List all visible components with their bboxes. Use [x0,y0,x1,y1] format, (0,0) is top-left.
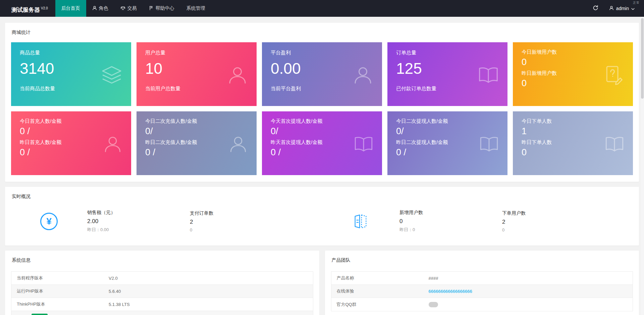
stat-tile-users-total: 用户总量 10 当前用户总数量 [137,42,257,106]
metric-label: 支付订单数 [190,210,292,216]
realtime-overview-card: 实时概况 ¥ 销售额（元） 2.00 昨日：0.00 支付订单数 2 0 新增用… [5,187,639,246]
metric-label: 下单用户数 [502,210,605,216]
tile-label: 用户总量 [145,50,248,56]
user-menu[interactable]: admin [609,6,635,11]
metric-label: 新增用户数 [399,210,502,216]
row-value: 5.1.38 LTS [109,302,313,307]
yen-circle-icon: ¥ [40,213,58,230]
metric-label: 销售额（元） [87,210,190,216]
stat-tile-first-charge-today: 今日首充人数/金额 0 / 昨日首充人数/金额 0 / [11,111,131,175]
nav-item-home-label: 后台首页 [61,5,80,11]
chevron-down-icon [631,6,635,11]
row-value: V2.0 [109,276,313,281]
row-label: ThinkPHP版本 [11,301,109,307]
stat-tile-orders-total: 订单总量 125 已付款订单总数量 [387,42,507,106]
username: admin [616,6,629,11]
online-demo-link[interactable]: 666666666666666666 [429,289,472,294]
metric-new-users: 新增用户数 0 昨日：0 [399,210,502,233]
nav-item-trade[interactable]: 交易 [114,0,143,17]
tile-label: 今日下单人数 [522,118,624,124]
refresh-button[interactable] [593,5,598,12]
stat-tile-second-charge-today: 今日二次充值人数/金额 0/ 昨日二次充值人数/金额 0 / [137,111,257,175]
refresh-icon [593,5,598,12]
tile-label: 今日首充人数/金额 [20,118,122,124]
table-row [11,311,313,315]
metric-sub: 0 [190,227,292,232]
table-row: ThinkPHP版本 5.1.38 LTS [11,298,313,311]
book-icon [478,133,500,155]
book-icon [603,133,626,155]
stat-tile-goods-total: 商品总量 3140 当前商品总数量 [11,42,131,106]
flag-icon [149,6,154,11]
nav-item-system[interactable]: 系统管理 [180,0,211,17]
tile-label: 今天首次提现人数/金额 [271,118,373,124]
yen-symbol: ¥ [46,216,52,227]
app-title: 测试服务器V2.0 [0,0,55,17]
metric-value: 2.00 [87,218,190,225]
product-team-table: 产品名称 #### 在线体验 666666666666666666 官方QQ群 [331,271,633,311]
metric-sub: 0 [502,227,605,232]
doc-question-icon [602,64,626,87]
nav-item-help-center[interactable]: 帮助中心 [143,0,180,17]
row-label: 官方QQ群 [331,302,429,308]
metric-sub: 昨日：0.00 [87,227,190,233]
row-value: #### [429,276,633,281]
tile-label: 订单总量 [396,50,499,56]
nav-item-trade-label: 交易 [127,5,137,11]
book-icon [353,133,375,155]
tile-label: 商品总量 [20,50,122,56]
metric-sales: 销售额（元） 2.00 昨日：0.00 [87,210,190,233]
stat-tile-first-withdraw-today: 今天首次提现人数/金额 0/ 昨天首次提现人数/金额 0 / [262,111,382,175]
top-navbar: 测试服务器V2.0 后台首页 角色 交易 帮助中心 系统管理 admin [0,0,644,17]
scrollbar-thumb[interactable] [641,18,644,99]
stat-tile-platform-profit: 平台盈利 0.00 当前平台盈利 [262,42,382,106]
table-row: 产品名称 #### [331,272,633,285]
product-team-card: 产品团队 产品名称 #### 在线体验 666666666666666666 官… [325,251,639,315]
app-version: V2.0 [41,6,48,10]
book-icon [477,64,500,87]
system-info-title: 系统信息 [5,251,319,269]
page-scrollbar[interactable] [641,17,644,315]
scale-icon [120,6,125,11]
tile-label: 平台盈利 [271,50,373,56]
mall-stats-card: 商城统计 商品总量 3140 当前商品总数量 用户总量 10 当前用户总数量 平… [5,23,639,182]
main-content: 商城统计 商品总量 3140 当前商品总数量 用户总量 10 当前用户总数量 平… [0,17,644,315]
mall-stats-title: 商城统计 [5,23,639,41]
main-nav: 后台首页 角色 交易 帮助中心 系统管理 [55,0,211,17]
tile-label: 今日二次提现人数/金额 [396,118,499,124]
qq-group-badge[interactable] [429,302,438,307]
system-info-table: 当前程序版本 V2.0 运行PHP版本 5.6.40 ThinkPHP版本 5.… [11,271,313,315]
row-label: 运行PHP版本 [11,288,109,294]
tile-label: 今日二次充值人数/金额 [145,118,248,124]
user-icon [227,133,249,155]
user-icon [92,6,97,11]
table-row: 在线体验 666666666666666666 [331,285,633,298]
nav-item-home[interactable]: 后台首页 [55,0,86,17]
green-action-button[interactable] [32,314,48,315]
product-team-title: 产品团队 [325,251,639,269]
layers-icon [100,63,124,88]
nav-item-roles-label: 角色 [99,5,108,11]
metric-paid-orders: 支付订单数 2 0 [190,210,292,232]
stat-tile-new-users-today: 今日新增用户数 0 昨日新增用户数 0 [513,42,633,106]
shop-icon [352,213,369,230]
user-icon [609,6,614,11]
user-icon [351,64,375,87]
tile-label: 今日新增用户数 [522,49,624,55]
realtime-title: 实时概况 [5,187,639,205]
metric-value: 0 [399,218,502,225]
table-row: 官方QQ群 [331,298,633,311]
stat-tile-second-withdraw-today: 今日二次提现人数/金额 0/ 昨日二次提现人数/金额 0 / [387,111,507,175]
nav-item-roles[interactable]: 角色 [86,0,114,17]
row-label: 产品名称 [331,275,429,281]
realtime-body: ¥ 销售额（元） 2.00 昨日：0.00 支付订单数 2 0 新增用户数 0 … [5,205,639,246]
row-label: 在线体验 [331,288,429,294]
metric-order-users: 下单用户数 2 0 [502,210,605,232]
row-value: 5.6.40 [109,289,313,294]
user-icon [102,133,124,155]
app-title-text: 测试服务器 [11,7,40,13]
system-info-card: 系统信息 当前程序版本 V2.0 运行PHP版本 5.6.40 ThinkPHP… [5,251,319,315]
stat-tile-order-users-today: 今日下单人数 1 昨日下单人数 0 [513,111,633,175]
stat-tiles-grid: 商品总量 3140 当前商品总数量 用户总量 10 当前用户总数量 平台盈利 0… [5,41,639,182]
metric-sub: 昨日：0 [399,227,502,233]
